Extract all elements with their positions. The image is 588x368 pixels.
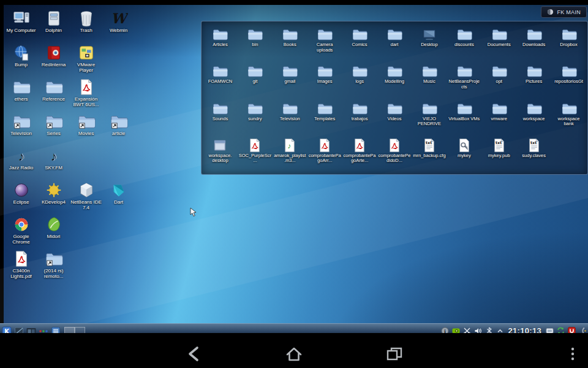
folder-view-item-documents[interactable]: Documents: [481, 24, 516, 61]
folder-view-item-logs[interactable]: logs: [342, 61, 377, 98]
desktop-icon-sky-fm[interactable]: ♪♪SKY.FM: [37, 145, 70, 179]
folder-icon: [526, 26, 542, 42]
desktop-icon-eclipse[interactable]: Eclipse: [5, 179, 37, 213]
svg-text:W: W: [111, 10, 128, 26]
folder-view-item-templates[interactable]: Templates: [307, 98, 342, 135]
folder-view-item-opt[interactable]: opt: [481, 61, 516, 98]
folder-icon: [317, 63, 333, 79]
desktop-icon-article[interactable]: article: [102, 110, 135, 145]
icon-label: Dart: [114, 199, 123, 205]
folder-view-item-modelling[interactable]: Modelling: [377, 61, 412, 98]
folder-view-item-camera-uploads[interactable]: Camera uploads: [307, 24, 342, 61]
icon-label: workspace. desktop: [203, 153, 236, 164]
session-overlay-button[interactable]: FK MAIN: [541, 6, 587, 18]
folder-view-item-workspace[interactable]: workspace: [516, 98, 551, 135]
folder-view-item-amarok-playlist-m3[interactable]: ♪amarok_playlist.m3...: [273, 135, 307, 172]
desktop-icon-2014-rs-remoto[interactable]: (2014 rs) remoto...: [37, 248, 70, 282]
folder-view-item-books[interactable]: Books: [273, 24, 307, 61]
folder-view-item-mykey-pub[interactable]: txtmykey.pub: [481, 135, 516, 172]
desktop-icon-jazz-radio[interactable]: ♪♪Jazz Radio: [5, 145, 37, 179]
redapp-icon: [45, 44, 63, 62]
desktop-file-icon: [212, 137, 228, 153]
desktop-icon-expansi-n-bwt-6us[interactable]: Expansión BWT 6US...: [70, 76, 102, 110]
desktop-icon-redinterna[interactable]: RedInterna: [37, 42, 70, 76]
desktop-icon-bump[interactable]: Bump: [5, 42, 37, 76]
back-button[interactable]: [186, 346, 204, 362]
desktop-icon-vmware-player[interactable]: VMware Player: [70, 42, 102, 76]
folder-view-item-comics[interactable]: Comics: [342, 24, 377, 61]
folder-view-item-sudy-claves[interactable]: txtsudy.claves: [516, 135, 551, 172]
folder-view-item-mrn-backup-cfg[interactable]: txtmrn_backup.cfg: [412, 135, 447, 172]
folder-icon: [247, 63, 263, 79]
folder-icon: [421, 63, 437, 79]
folder-view-item-comprobantepedidod[interactable]: comprobantePedidoD...: [377, 135, 412, 172]
folder-view-item-bin[interactable]: bin: [238, 24, 273, 61]
desktop-icon-webmin[interactable]: WWebmin: [102, 7, 135, 42]
desktop-icon-ethers[interactable]: ethers: [5, 76, 37, 110]
folder-view-item-music[interactable]: Music: [412, 61, 447, 98]
pdf-icon: [317, 137, 333, 153]
desktop-icon-c3400n-lights-pdf[interactable]: C3400n Lights.pdf: [5, 248, 37, 282]
desktop-icon-trash[interactable]: Trash: [70, 7, 102, 42]
icon-label: gmail: [284, 79, 295, 85]
svg-text:♪: ♪: [50, 149, 56, 163]
folder-icon: [247, 26, 263, 42]
folder-view-item-repositoriosgt[interactable]: repositoriosGt: [551, 61, 586, 98]
folder-view-item-trabajos[interactable]: trabajos: [342, 98, 377, 135]
folder-view-item-pictures[interactable]: Pictures: [516, 61, 551, 98]
folder-icon: [491, 101, 507, 117]
desktop-icon-google-chrome[interactable]: Google Chrome: [5, 213, 37, 248]
folder-icon: [352, 26, 368, 42]
menu-button[interactable]: [568, 346, 577, 362]
home-button[interactable]: [285, 346, 303, 362]
folder-view-item-netbeansprojects[interactable]: NetBeansProjects: [447, 61, 481, 98]
folder-view-item-viejo-pendrive[interactable]: VIEJO PENDRIVE: [412, 98, 447, 135]
folder-view-item-workspace-bank[interactable]: workspace bank: [551, 98, 586, 135]
folder-view-item-foamwcn[interactable]: FOAMWCN: [203, 61, 238, 98]
folder-view-item-discounts[interactable]: discounts: [447, 24, 481, 61]
folder-view-item-comprobantepagoarr[interactable]: comprobantePagoArr...: [307, 135, 342, 172]
icon-label: discounts: [454, 42, 474, 48]
folder-view-item-soc-purplescr[interactable]: SOC_PurpleScr...: [238, 135, 273, 172]
desktop-icon-television[interactable]: Television: [5, 110, 37, 145]
desktop-icon-reference[interactable]: Reference: [37, 76, 70, 110]
desktop-icon-movies[interactable]: Movies: [70, 110, 102, 145]
folder-view-item-comprobantepagoarte[interactable]: comprobantePagoArte...: [342, 135, 377, 172]
recents-button[interactable]: [385, 346, 404, 362]
folder-view-item-vmware[interactable]: vmware: [481, 98, 516, 135]
folder-view-item-articles[interactable]: Articles: [203, 24, 238, 61]
folder-view-item-git[interactable]: git: [238, 61, 273, 98]
folder-view-item-television[interactable]: Television: [273, 98, 307, 135]
folder-view-item-mykey[interactable]: mykey: [447, 135, 481, 172]
folder-view-item-virtualbox-vms[interactable]: VirtualBox VMs: [447, 98, 481, 135]
icon-label: FOAMWCN: [208, 79, 233, 85]
folder-icon: [282, 26, 298, 42]
folder-view-item-dropbox[interactable]: Dropbox: [551, 24, 586, 61]
folder-view-item-images[interactable]: Images: [307, 61, 342, 98]
midori-icon: [45, 215, 63, 234]
folder-view-item-gmail[interactable]: gmail: [273, 61, 307, 98]
desktop-icon-dolphin[interactable]: Dolphin: [37, 7, 70, 42]
folder-view-item-downloads[interactable]: Downloads: [516, 24, 551, 61]
folder-view-item-videos[interactable]: Videos: [377, 98, 412, 135]
desktop-icon-netbeans-ide-7-4[interactable]: NetBeans IDE 7.4: [70, 179, 102, 213]
folder-view-item-sounds[interactable]: Sounds: [203, 98, 238, 135]
icon-label: Modelling: [385, 79, 404, 85]
desktop-icon-dart[interactable]: Dart: [102, 179, 135, 213]
icon-label: VirtualBox VMs: [448, 117, 480, 122]
folder-view-item-workspace-desktop[interactable]: workspace. desktop: [203, 135, 238, 172]
folder-icon: [247, 101, 263, 117]
icon-label: opt: [496, 79, 502, 85]
folder-view-item-sundry[interactable]: sundry: [238, 98, 273, 135]
desktop-icon-midori[interactable]: Midori: [37, 213, 70, 248]
remote-desktop-screen: FK MAIN My ComputerDolphinTrashWWebminBu…: [4, 5, 588, 333]
desktop-icon-my-computer[interactable]: My Computer: [5, 7, 37, 42]
desktop-icon-kdevelop4[interactable]: KDevelop4: [37, 179, 70, 213]
folder-view-item-dart[interactable]: dart: [377, 24, 412, 61]
folder-link-icon: [45, 112, 63, 131]
note-icon: ♪♪: [12, 147, 31, 165]
folder-view-item-desktop[interactable]: Desktop: [412, 24, 447, 61]
icon-label: Documents: [488, 42, 511, 48]
desktop-icon-series[interactable]: Series: [37, 110, 70, 145]
svg-text:txt: txt: [426, 140, 432, 145]
